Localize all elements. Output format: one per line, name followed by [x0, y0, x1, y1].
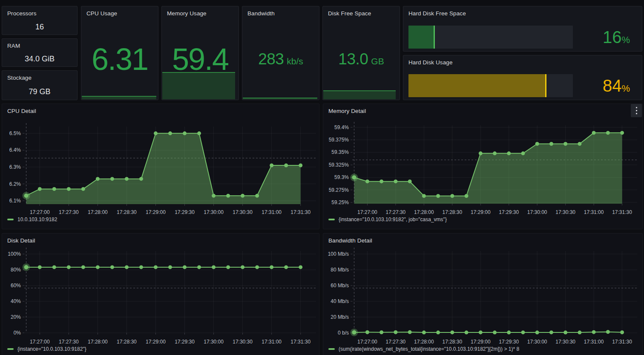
- svg-text:40 Mb/s: 40 Mb/s: [331, 298, 349, 304]
- panel-title[interactable]: Disk Detail: [2, 234, 319, 244]
- svg-text:80%: 80%: [11, 267, 21, 273]
- panel-cpu-usage: CPU Usage 6.31: [81, 6, 158, 100]
- panel-title[interactable]: Bandwidth Detail: [323, 234, 642, 244]
- svg-text:20%: 20%: [11, 314, 21, 320]
- svg-text:17:27:30: 17:27:30: [59, 209, 79, 215]
- svg-text:59.375%: 59.375%: [329, 137, 349, 143]
- hd-usage-gauge-value: 84%: [573, 77, 637, 94]
- stat-value: 6.31: [92, 44, 148, 75]
- hd-free-gauge-value: 16%: [573, 29, 637, 46]
- svg-text:0%: 0%: [14, 330, 21, 336]
- svg-text:17:27:30: 17:27:30: [59, 339, 79, 345]
- svg-text:0 b/s: 0 b/s: [338, 330, 349, 336]
- svg-text:17:29:00: 17:29:00: [471, 209, 491, 215]
- panel-title[interactable]: CPU Usage: [81, 6, 158, 17]
- panel-title[interactable]: Hard Disk Free Space: [403, 6, 642, 17]
- svg-text:59.35%: 59.35%: [331, 149, 349, 155]
- panel-title[interactable]: Bandwidth: [242, 6, 319, 17]
- panel-disk-detail: 17:27:0017:27:3017:28:0017:28:3017:29:00…: [2, 233, 319, 355]
- svg-text:40%: 40%: [11, 298, 21, 304]
- series-color-dash: [7, 348, 14, 350]
- series-color-dash: [328, 219, 335, 220]
- memory-detail-legend[interactable]: {instance="10.0.103.10:9182", job="casa_…: [328, 216, 447, 222]
- svg-text:17:31:00: 17:31:00: [262, 209, 282, 215]
- svg-text:17:27:30: 17:27:30: [386, 209, 406, 215]
- panel-title[interactable]: Memory Usage: [162, 6, 239, 17]
- svg-text:17:30:30: 17:30:30: [555, 339, 575, 345]
- svg-text:6.4%: 6.4%: [9, 147, 21, 153]
- cpu-detail-chart[interactable]: 17:27:0017:27:3017:28:0017:28:3017:29:00…: [2, 104, 319, 229]
- hd-usage-gauge-fill: [408, 74, 546, 97]
- panel-cpu-detail: 17:27:0017:27:3017:28:0017:28:3017:29:00…: [2, 104, 319, 229]
- svg-text:80 Mb/s: 80 Mb/s: [331, 267, 349, 273]
- svg-text:6.2%: 6.2%: [9, 181, 21, 187]
- svg-text:17:29:00: 17:29:00: [471, 339, 491, 345]
- panel-title[interactable]: Processors: [2, 6, 77, 17]
- svg-text:6.3%: 6.3%: [9, 164, 21, 170]
- svg-text:17:29:30: 17:29:30: [175, 209, 195, 215]
- svg-text:17:31:30: 17:31:30: [290, 209, 310, 215]
- panel-title[interactable]: RAM: [2, 39, 77, 49]
- svg-text:59.4%: 59.4%: [334, 124, 349, 130]
- stat-unit: GB: [371, 56, 384, 66]
- panel-title[interactable]: Stockage: [2, 71, 77, 81]
- svg-text:20 Mb/s: 20 Mb/s: [331, 314, 349, 320]
- svg-text:6.5%: 6.5%: [9, 130, 21, 136]
- svg-text:17:29:30: 17:29:30: [499, 339, 519, 345]
- panel-title[interactable]: Disk Free Space: [323, 6, 400, 17]
- panel-ram: RAM 34.0 GiB: [2, 38, 78, 67]
- panel-title[interactable]: Hard Disk Usage: [403, 55, 642, 66]
- svg-text:17:27:00: 17:27:00: [357, 339, 377, 345]
- svg-text:17:28:00: 17:28:00: [414, 339, 434, 345]
- panel-title[interactable]: CPU Detail: [2, 104, 319, 114]
- svg-text:17:28:00: 17:28:00: [88, 339, 108, 345]
- svg-text:17:31:00: 17:31:00: [584, 339, 604, 345]
- svg-text:100%: 100%: [8, 251, 21, 257]
- panel-memory-detail: 17:27:0017:27:3017:28:0017:28:3017:29:00…: [323, 104, 643, 229]
- svg-text:60 Mb/s: 60 Mb/s: [331, 283, 349, 289]
- svg-text:17:29:00: 17:29:00: [146, 339, 166, 345]
- stat-value: 59.4: [172, 44, 228, 75]
- panel-hard-disk-usage: Hard Disk Usage 84%: [403, 55, 642, 100]
- stat-unit: kb/s: [287, 56, 303, 66]
- panel-hard-disk-free-space: Hard Disk Free Space 16%: [403, 6, 642, 52]
- panel-title[interactable]: Memory Detail: [323, 104, 642, 114]
- panel-bandwidth: Bandwidth 283 kb/s: [242, 6, 319, 100]
- svg-text:17:27:30: 17:27:30: [386, 339, 406, 345]
- legend-label: {instance="10.0.103.10:9182"}: [17, 346, 86, 352]
- stat-value: 34.0 GiB: [2, 53, 77, 65]
- series-color-dash: [328, 348, 335, 350]
- svg-text:17:28:30: 17:28:30: [117, 209, 137, 215]
- panel-disk-free-space: Disk Free Space 13.0 GB: [322, 6, 400, 100]
- svg-text:100 Mb/s: 100 Mb/s: [328, 251, 349, 257]
- legend-label: {instance="10.0.103.10:9182", job="casa_…: [339, 216, 447, 222]
- panel-memory-usage: Memory Usage 59.4: [161, 6, 239, 100]
- disk-detail-chart[interactable]: 17:27:0017:27:3017:28:0017:28:3017:29:00…: [2, 234, 319, 355]
- svg-text:17:29:00: 17:29:00: [146, 209, 166, 215]
- panel-bandwidth-detail: 17:27:0017:27:3017:28:0017:28:3017:29:00…: [323, 233, 643, 355]
- kebab-icon: [636, 107, 637, 108]
- svg-text:17:30:00: 17:30:00: [204, 339, 224, 345]
- memory-detail-chart[interactable]: 17:27:0017:27:3017:28:0017:28:3017:29:00…: [323, 104, 642, 229]
- svg-text:17:28:30: 17:28:30: [442, 339, 462, 345]
- svg-text:59.325%: 59.325%: [329, 162, 349, 168]
- svg-text:17:27:00: 17:27:00: [30, 209, 50, 215]
- stat-value: 13.0: [338, 51, 368, 67]
- disk-detail-legend[interactable]: {instance="10.0.103.10:9182"}: [7, 346, 86, 352]
- svg-text:17:27:00: 17:27:00: [357, 209, 377, 215]
- bandwidth-detail-legend[interactable]: (sum(irate(windows_net_bytes_total{insta…: [328, 346, 519, 352]
- svg-text:60%: 60%: [11, 283, 21, 289]
- svg-text:17:31:30: 17:31:30: [290, 339, 310, 345]
- stat-value: 79 GB: [2, 85, 77, 98]
- panel-processors: Processors 16: [2, 6, 78, 35]
- stat-value: 16: [2, 21, 77, 33]
- svg-text:59.275%: 59.275%: [329, 187, 349, 193]
- panel-stockage: Stockage 79 GB: [2, 70, 78, 100]
- hd-free-gauge-track: [408, 26, 573, 49]
- cpu-detail-legend[interactable]: 10.0.103.10:9182: [7, 216, 57, 222]
- svg-text:17:31:00: 17:31:00: [584, 209, 604, 215]
- panel-menu-button[interactable]: [631, 104, 642, 117]
- grafana-dashboard: { "colors": { "stat_green": "#2ca24a", "…: [0, 0, 644, 355]
- bandwidth-detail-chart[interactable]: 17:27:0017:27:3017:28:0017:28:3017:29:00…: [323, 234, 642, 355]
- svg-text:17:31:30: 17:31:30: [612, 209, 632, 215]
